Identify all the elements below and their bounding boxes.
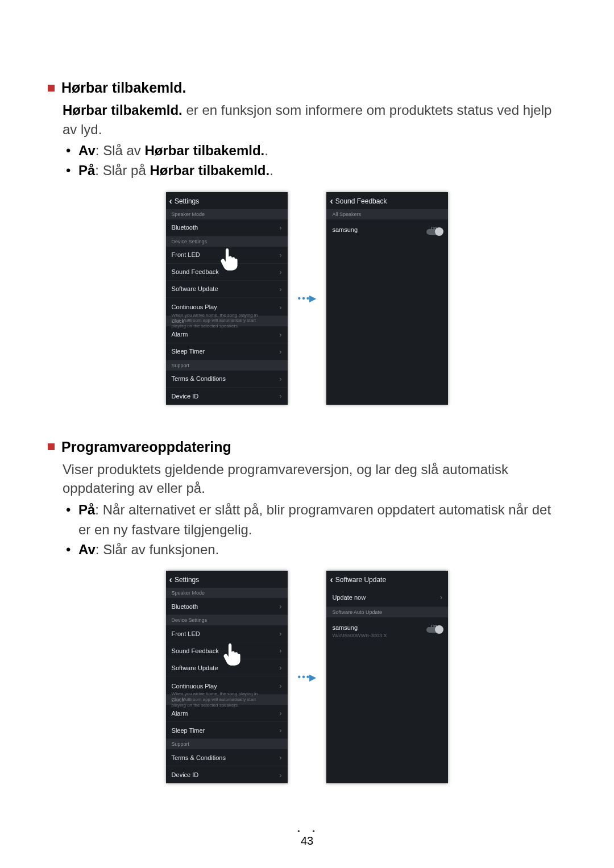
phone-header[interactable]: ‹ Software Update bbox=[326, 571, 448, 588]
label-update-now: Update now bbox=[332, 594, 366, 601]
group-speaker-mode: Speaker Mode bbox=[166, 588, 288, 598]
b2-end: . bbox=[269, 163, 273, 178]
header-title: Sound Feedback bbox=[335, 197, 387, 205]
row-software-update[interactable]: Software Update› bbox=[166, 281, 288, 298]
label-terms: Terms & Conditions bbox=[172, 375, 226, 382]
row-auto-update-toggle[interactable]: samsung On WAM5500WWB-3003.X bbox=[326, 617, 448, 643]
chevron-right-icon: › bbox=[279, 663, 281, 672]
chevron-right-icon: › bbox=[279, 753, 281, 762]
label-sound-feedback: Sound Feedback bbox=[172, 268, 219, 275]
group-support: Support bbox=[166, 360, 288, 371]
label-software-update: Software Update bbox=[172, 285, 218, 292]
arrowhead-icon: ▶ bbox=[309, 672, 316, 683]
square-bullet-icon bbox=[48, 85, 55, 92]
b1-end: . bbox=[264, 143, 268, 158]
back-icon[interactable]: ‹ bbox=[169, 197, 172, 206]
chevron-right-icon: › bbox=[279, 268, 281, 276]
chevron-right-icon: › bbox=[279, 223, 281, 232]
label-terms: Terms & Conditions bbox=[172, 754, 226, 761]
phone-software-update: ‹ Software Update Update now› Software A… bbox=[326, 571, 448, 783]
row-alarm[interactable]: Alarm› bbox=[166, 705, 288, 722]
version-text: WAM5500WWB-3003.X bbox=[332, 633, 387, 638]
label-sleep-timer: Sleep Timer bbox=[172, 727, 205, 734]
row-continuous-play[interactable]: Continuous Play› When you arrive home, t… bbox=[166, 298, 288, 316]
row-sound-feedback[interactable]: Sound Feedback› bbox=[166, 264, 288, 281]
row-sleep-timer[interactable]: Sleep Timer› bbox=[166, 722, 288, 739]
chevron-right-icon: › bbox=[279, 602, 281, 610]
b2-text: : Slår på bbox=[95, 163, 150, 178]
chevron-right-icon: › bbox=[279, 330, 281, 339]
dots-icon: ••• bbox=[298, 672, 311, 682]
b1-bold2: Hørbar tilbakemld. bbox=[145, 143, 265, 158]
square-bullet-icon bbox=[48, 443, 55, 450]
intro-text: Hørbar tilbakemld. er en funksjon som in… bbox=[63, 101, 566, 139]
bullet-pa-2: På: Når alternativet er slått på, blir p… bbox=[63, 500, 566, 540]
row-update-now[interactable]: Update now› bbox=[326, 588, 448, 607]
chevron-right-icon: › bbox=[279, 347, 281, 356]
row-device-id[interactable]: Device ID› bbox=[166, 388, 288, 405]
chevron-right-icon: › bbox=[279, 771, 281, 779]
row-terms[interactable]: Terms & Conditions› bbox=[166, 371, 288, 388]
phone-sound-feedback: ‹ Sound Feedback All Speakers samsung On bbox=[326, 192, 448, 405]
header-title: Software Update bbox=[335, 576, 386, 584]
intro-bold: Hørbar tilbakemld. bbox=[63, 102, 182, 118]
chevron-right-icon: › bbox=[279, 629, 281, 638]
back-icon[interactable]: ‹ bbox=[330, 575, 333, 584]
back-icon[interactable]: ‹ bbox=[169, 575, 172, 584]
bullet-av-2: Av: Slår av funksjonen. bbox=[63, 540, 566, 560]
b2-text-2: : Slår av funksjonen. bbox=[96, 542, 219, 557]
back-icon[interactable]: ‹ bbox=[330, 197, 333, 206]
b2-label: På bbox=[78, 163, 95, 178]
row-bluetooth[interactable]: Bluetooth› bbox=[166, 598, 288, 615]
header-title: Settings bbox=[175, 576, 199, 584]
arrow-connector: •••▶ bbox=[298, 672, 317, 683]
toggle-switch[interactable] bbox=[426, 627, 442, 633]
speaker-name: samsung bbox=[332, 226, 358, 233]
section-sound-feedback: Hørbar tilbakemld. Hørbar tilbakemld. er… bbox=[48, 80, 566, 405]
b1-text-2: : Når alternativet er slått på, blir pro… bbox=[78, 502, 551, 537]
page-number-value: 43 bbox=[297, 834, 316, 848]
label-front-led: Front LED bbox=[172, 251, 200, 258]
phone-header[interactable]: ‹ Settings bbox=[166, 192, 288, 209]
chevron-right-icon: › bbox=[279, 709, 281, 717]
b2-bold2: Hørbar tilbakemld. bbox=[150, 163, 269, 178]
intro-text-2: Viser produktets gjeldende programvareve… bbox=[63, 460, 566, 498]
label-continuous-play: Continuous Play bbox=[172, 304, 217, 310]
bullet-list: Av: Slå av Hørbar tilbakemld.. På: Slår … bbox=[63, 141, 566, 181]
row-bluetooth[interactable]: Bluetooth› bbox=[166, 219, 288, 236]
speaker-name: samsung bbox=[332, 624, 358, 631]
dots-icon: ••• bbox=[298, 293, 311, 304]
row-alarm[interactable]: Alarm› bbox=[166, 326, 288, 343]
bullet-pa: På: Slår på Hørbar tilbakemld.. bbox=[63, 161, 566, 181]
label-sleep-timer: Sleep Timer bbox=[172, 348, 205, 355]
group-support: Support bbox=[166, 739, 288, 749]
toggle-wrap: On bbox=[426, 622, 442, 633]
chevron-right-icon: › bbox=[440, 593, 442, 601]
bullet-list-2: På: Når alternativet er slått på, blir p… bbox=[63, 500, 566, 559]
label-bluetooth: Bluetooth bbox=[172, 224, 198, 231]
label-device-id: Device ID bbox=[172, 771, 199, 778]
chevron-right-icon: › bbox=[279, 726, 281, 734]
row-continuous-play[interactable]: Continuous Play› When you arrive home, t… bbox=[166, 676, 288, 695]
row-device-id[interactable]: Device ID› bbox=[166, 766, 288, 783]
toggle-wrap: On bbox=[426, 225, 442, 235]
row-sleep-timer[interactable]: Sleep Timer› bbox=[166, 343, 288, 360]
label-continuous-play: Continuous Play bbox=[172, 683, 217, 690]
row-front-led[interactable]: Front LED› bbox=[166, 247, 288, 264]
label-alarm: Alarm bbox=[172, 710, 188, 717]
row-software-update[interactable]: Software Update› bbox=[166, 659, 288, 676]
phone-header[interactable]: ‹ Settings bbox=[166, 571, 288, 588]
row-terms[interactable]: Terms & Conditions› bbox=[166, 749, 288, 766]
group-auto-update: Software Auto Update bbox=[326, 607, 448, 617]
heading-row: Hørbar tilbakemld. bbox=[48, 80, 566, 96]
bullet-av: Av: Slå av Hørbar tilbakemld.. bbox=[63, 141, 566, 161]
section-software-update: Programvareoppdatering Viser produktets … bbox=[48, 439, 566, 784]
arrowhead-icon: ▶ bbox=[309, 293, 316, 304]
group-all-speakers: All Speakers bbox=[326, 209, 448, 219]
phone-header[interactable]: ‹ Sound Feedback bbox=[326, 192, 448, 209]
row-front-led[interactable]: Front LED› bbox=[166, 625, 288, 642]
row-speaker-toggle[interactable]: samsung On bbox=[326, 219, 448, 240]
row-sound-feedback[interactable]: Sound Feedback› bbox=[166, 642, 288, 659]
toggle-switch[interactable] bbox=[426, 229, 442, 235]
phone-settings-1: ‹ Settings Speaker Mode Bluetooth› Devic… bbox=[166, 192, 288, 405]
